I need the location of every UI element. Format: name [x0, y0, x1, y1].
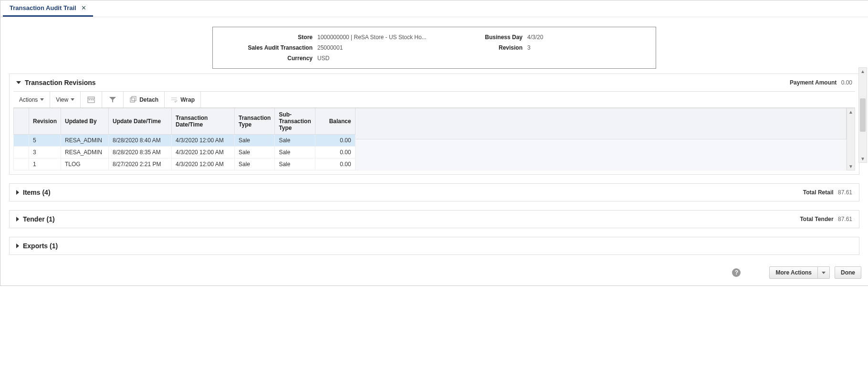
svg-rect-7: [132, 96, 136, 101]
more-actions-button[interactable]: More Actions: [769, 266, 818, 279]
scroll-down-icon[interactable]: ▼: [860, 156, 865, 161]
tab-bar: Transaction Audit Trail ✕: [0, 0, 868, 17]
items-title: Items (4): [23, 189, 51, 196]
business-day-label: Business Day: [441, 32, 527, 42]
revisions-table-wrap: Revision Updated By Update Date/Time Tra…: [13, 108, 855, 170]
revision-value: 3: [527, 42, 585, 53]
table-body-spacer: [356, 139, 847, 170]
col-updated-by[interactable]: Updated By: [61, 108, 109, 135]
scroll-up-icon[interactable]: ▲: [860, 69, 865, 74]
exports-title: Exports (1): [23, 242, 58, 250]
svg-rect-2: [89, 99, 90, 100]
items-panel: Items (4) Total Retail 87.61: [9, 183, 859, 201]
transaction-revisions-title: Transaction Revisions: [25, 79, 96, 86]
sat-label: Sales Audit Transaction: [220, 42, 317, 53]
more-actions-dropdown[interactable]: [818, 266, 830, 279]
detach-label: Detach: [139, 96, 158, 103]
cell: [14, 147, 29, 159]
table-row[interactable]: 5RESA_ADMIN8/28/2020 8:40 AM4/3/2020 12:…: [14, 135, 356, 147]
col-update-datetime[interactable]: Update Date/Time: [109, 108, 172, 135]
cell: 5: [29, 135, 61, 147]
cell: 4/3/2020 12:00 AM: [172, 159, 235, 170]
col-sub-transaction-type[interactable]: Sub-Transaction Type: [275, 108, 315, 135]
currency-label: Currency: [220, 53, 317, 63]
summary-box: Store 1000000000 | ReSA Store - US Stock…: [212, 27, 656, 69]
close-tab-icon[interactable]: ✕: [81, 4, 86, 11]
cell: Sale: [275, 147, 315, 159]
transaction-revisions-header[interactable]: Transaction Revisions Payment Amount 0.0…: [10, 74, 859, 91]
cell: Sale: [275, 159, 315, 170]
table-scrollbar[interactable]: ▲ ▼: [847, 108, 855, 170]
svg-rect-3: [91, 99, 92, 100]
chevron-right-icon: [16, 217, 19, 222]
detach-button[interactable]: Detach: [124, 92, 165, 107]
calendar-button[interactable]: [81, 92, 102, 107]
tender-panel: Tender (1) Total Tender 87.61: [9, 210, 859, 228]
actions-label: Actions: [19, 96, 38, 103]
transaction-revisions-panel: Transaction Revisions Payment Amount 0.0…: [9, 74, 859, 175]
total-retail-value: 87.61: [838, 189, 852, 196]
col-transaction-datetime[interactable]: Transaction Date/Time: [172, 108, 235, 135]
wrap-label: Wrap: [180, 96, 195, 103]
exports-header[interactable]: Exports (1): [10, 237, 859, 254]
chevron-down-icon: [822, 272, 826, 274]
chevron-right-icon: [16, 190, 19, 195]
done-button[interactable]: Done: [835, 266, 861, 279]
main-area: Store 1000000000 | ReSA Store - US Stock…: [0, 17, 868, 255]
page-scrollbar[interactable]: ▲ ▼: [858, 67, 867, 163]
payment-amount-value: 0.00: [841, 79, 852, 86]
view-label: View: [56, 96, 68, 103]
chevron-down-icon: [16, 81, 21, 84]
view-menu[interactable]: View: [50, 92, 81, 107]
cell: 4/3/2020 12:00 AM: [172, 135, 235, 147]
cell: Sale: [235, 147, 275, 159]
footer-bar: ? More Actions Done: [0, 264, 868, 285]
cell: 4/3/2020 12:00 AM: [172, 147, 235, 159]
exports-panel: Exports (1): [9, 237, 859, 255]
more-actions-label: More Actions: [775, 269, 812, 276]
actions-menu[interactable]: Actions: [13, 92, 50, 107]
col-revision[interactable]: Revision: [29, 108, 61, 135]
svg-marker-5: [109, 97, 116, 103]
table-row[interactable]: 1TLOG8/27/2020 2:21 PM4/3/2020 12:00 AMS…: [14, 159, 356, 170]
payment-amount: Payment Amount 0.00: [790, 79, 852, 86]
sat-value: 25000001: [317, 42, 441, 53]
chevron-right-icon: [16, 243, 19, 248]
wrap-button[interactable]: Wrap: [165, 92, 201, 107]
table-toolbar: Actions View Detach: [13, 91, 855, 108]
scroll-down-icon[interactable]: ▼: [848, 164, 853, 169]
cell: 0.00: [315, 135, 355, 147]
tender-header[interactable]: Tender (1) Total Tender 87.61: [10, 211, 859, 228]
col-transaction-type[interactable]: Transaction Type: [235, 108, 275, 135]
revision-label: Revision: [441, 42, 527, 53]
table-header-spacer: [356, 108, 847, 139]
svg-rect-6: [130, 98, 135, 102]
cell: Sale: [235, 135, 275, 147]
filter-button[interactable]: [102, 92, 124, 107]
cell: 8/28/2020 8:35 AM: [109, 147, 172, 159]
business-day-value: 4/3/20: [527, 32, 585, 42]
table-row[interactable]: 3RESA_ADMIN8/28/2020 8:35 AM4/3/2020 12:…: [14, 147, 356, 159]
cell: 0.00: [315, 147, 355, 159]
tab-label: Transaction Audit Trail: [10, 4, 76, 11]
total-retail: Total Retail 87.61: [803, 189, 852, 196]
scrollbar-thumb[interactable]: [860, 98, 866, 132]
cell: TLOG: [61, 159, 109, 170]
store-value: 1000000000 | ReSA Store - US Stock Ho...: [317, 32, 441, 42]
cell: Sale: [275, 135, 315, 147]
col-handle: [14, 108, 29, 135]
page-root: Transaction Audit Trail ✕ Store 10000000…: [0, 0, 868, 286]
scroll-up-icon[interactable]: ▲: [848, 109, 853, 115]
help-icon[interactable]: ?: [732, 268, 741, 277]
payment-amount-label: Payment Amount: [790, 79, 837, 86]
items-header[interactable]: Items (4) Total Retail 87.61: [10, 184, 859, 201]
total-tender: Total Tender 87.61: [800, 216, 852, 222]
calendar-icon: [87, 96, 95, 104]
chevron-down-icon: [71, 98, 74, 101]
done-label: Done: [841, 269, 855, 276]
tab-transaction-audit-trail[interactable]: Transaction Audit Trail ✕: [3, 0, 93, 17]
chevron-down-icon: [40, 98, 44, 101]
col-balance[interactable]: Balance: [315, 108, 355, 135]
total-tender-value: 87.61: [838, 216, 852, 222]
wrap-icon: [170, 96, 178, 104]
